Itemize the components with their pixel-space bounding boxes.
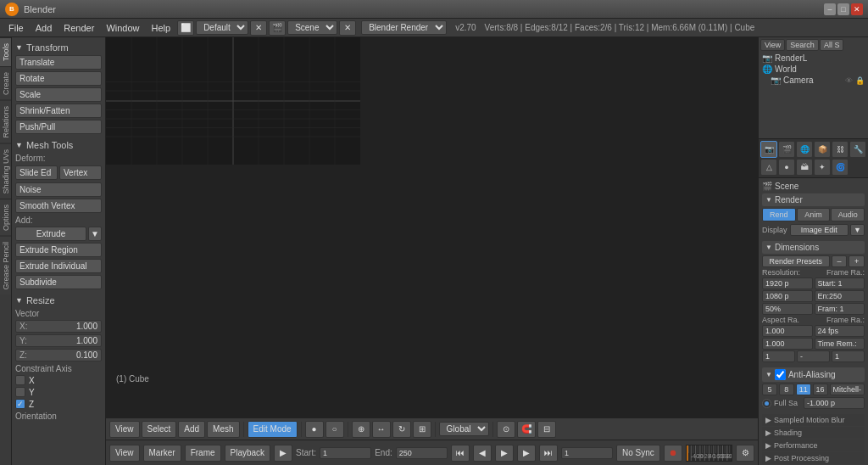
post-processing-section[interactable]: ▶ Post Processing [762,452,865,464]
constraint-z-checkbox[interactable]: ✓ [15,399,25,409]
props-tab-world[interactable]: 🌐 [796,141,813,158]
rotate-button[interactable]: Rotate [15,71,102,86]
presets-plus-btn[interactable]: + [849,255,865,267]
transform-section-header[interactable]: ▼ Transform [15,41,102,54]
presets-minus-btn[interactable]: – [832,255,848,267]
x-field[interactable]: X: 1.000 [15,320,102,333]
workspace-close-icon[interactable]: ✕ [250,20,267,36]
extrude-button[interactable]: Extrude [15,227,86,241]
mesh-button[interactable]: Mesh [207,421,239,438]
tab-tools[interactable]: Tools [0,37,11,66]
mesh-tools-section-header[interactable]: ▼ Mesh Tools [15,138,102,152]
record-icon[interactable]: ⏺ [664,445,682,462]
wire-mode-icon[interactable]: ○ [326,421,344,438]
pivot-select[interactable]: Global Local [439,422,489,436]
timeline-frame-button[interactable]: Frame [185,445,221,462]
full-sa-radio[interactable] [762,399,771,408]
rotate-icon[interactable]: ↻ [392,421,411,438]
go-end-icon[interactable]: ⏭ [539,445,558,462]
tab-shading-uvs[interactable]: Shading UVs [0,143,11,199]
maximize-button[interactable]: □ [837,3,849,15]
mode-select[interactable]: Edit Mode [248,421,298,438]
next-frame-icon[interactable]: ▶ [517,445,536,462]
minimize-button[interactable]: – [824,3,836,15]
props-tab-object[interactable]: 📦 [814,141,831,158]
anti-alias-checkbox[interactable] [775,369,786,380]
no-sync-button[interactable]: No Sync [616,445,660,462]
timeline-playback-button[interactable]: Playback [225,445,271,462]
render-tab-render[interactable]: Rend [762,208,796,221]
dimensions-section-header[interactable]: ▼ Dimensions [762,241,865,254]
slide-edge-button[interactable]: Slide Ed [15,165,58,180]
aa-val-5[interactable]: 5 [762,384,777,395]
outliner-tab-search[interactable]: Search [786,39,819,51]
aa-val-11[interactable]: 11 [796,384,811,395]
outliner-tab-all[interactable]: All S [820,39,844,51]
props-tab-data[interactable]: △ [760,159,777,176]
timeline-marker-button[interactable]: Marker [143,445,181,462]
res-x-field[interactable]: 1920 p [762,277,813,289]
engine-select[interactable]: Blender Render [361,20,447,35]
anti-alias-section-header[interactable]: ▼ Anti-Aliasing [762,367,865,382]
tab-options[interactable]: Options [0,199,11,236]
aa-val-16[interactable]: 16 [813,384,828,395]
outliner-item-render[interactable]: 📷 RenderL [760,53,866,64]
viewport[interactable]: User Persp [106,37,758,417]
props-tab-modifier[interactable]: 🔧 [849,141,866,158]
performance-section[interactable]: ▶ Performance [762,440,865,451]
workspace-select[interactable]: Default [196,20,248,35]
extrude-region-button[interactable]: Extrude Region [15,243,102,257]
aa-val-8[interactable]: 8 [779,384,794,395]
menu-item-add[interactable]: Add [31,21,58,35]
render-section-header[interactable]: ▼ Render [762,193,865,206]
display-btn[interactable]: Image Edit [790,224,849,236]
select-button[interactable]: Select [142,421,177,438]
menu-item-file[interactable]: File [3,21,29,35]
resize-section-header[interactable]: ▼ Resize [15,294,102,307]
render-tab-audio[interactable]: Audio [831,208,865,221]
timeline-settings-icon[interactable]: ⚙ [736,445,754,462]
current-frame-field[interactable]: 1 [561,447,613,459]
prev-frame-icon[interactable]: ◀ [473,445,492,462]
display-extra-btn[interactable]: ▼ [850,224,865,236]
scale-icon[interactable]: ⊞ [413,421,431,438]
scene-close-icon[interactable]: ✕ [339,20,356,36]
menu-item-window[interactable]: Window [101,21,144,35]
outliner-item-world[interactable]: 🌐 World [760,64,866,75]
scale-button[interactable]: Scale [15,87,102,102]
props-tab-particles[interactable]: ✦ [814,159,831,176]
vertex-button[interactable]: Vertex [59,165,102,180]
start-frame-field[interactable]: Start: 1 [815,277,865,289]
tab-grease-pencil[interactable]: Grease Pencil [0,236,11,295]
start-field[interactable]: 1 [320,447,371,459]
play-icon[interactable]: ▶ [495,445,514,462]
mirror-icon[interactable]: ⊟ [537,421,556,438]
constraint-y-checkbox[interactable] [15,387,25,397]
timeline-anim-icon[interactable]: ▶ [274,445,292,462]
extrude-individual-button[interactable]: Extrude Individual [15,259,102,273]
y-field[interactable]: Y: 1.000 [15,334,102,347]
props-tab-material[interactable]: ● [778,159,795,176]
props-tab-scene[interactable]: 🎬 [778,141,795,158]
aa-filter-field[interactable]: Mitchell- [830,384,865,395]
outliner-tab-view[interactable]: View [760,39,785,51]
subdivide-button[interactable]: Subdivide [15,275,102,289]
snap-icon-2[interactable]: 🧲 [517,421,536,438]
tab-create[interactable]: Create [0,66,11,100]
outliner-item-camera[interactable]: 📷 Camera 👁 🔒 [760,75,866,86]
res-pct-field[interactable]: 50% [762,303,813,315]
workspace-icon[interactable]: ⬜ [177,20,194,36]
render-tab-anim[interactable]: Anim [797,208,831,221]
extrude-arrow-button[interactable]: ▼ [88,227,102,241]
frame-field[interactable]: Fram: 1 [815,303,865,315]
sampled-motion-blur-section[interactable]: ▶ Sampled Motion Blur [762,414,865,426]
shrink-fatten-button[interactable]: Shrink/Fatten [15,104,102,118]
res-y-field[interactable]: 1080 p [762,290,813,302]
constraint-x-checkbox[interactable] [15,375,25,385]
z-field[interactable]: Z: 0.100 [15,349,102,361]
aspect-y-field[interactable]: 1.000 [762,338,813,350]
scene-icon[interactable]: 🎬 [269,20,286,36]
render-presets-btn[interactable]: Render Presets [762,255,830,267]
push-pull-button[interactable]: Push/Pull [15,120,102,134]
tab-relations[interactable]: Relations [0,100,11,143]
